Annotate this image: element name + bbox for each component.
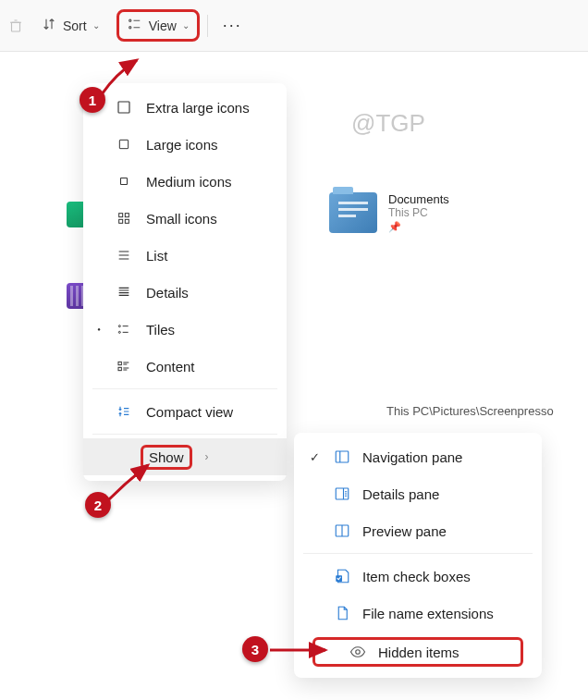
svg-rect-9 — [125, 219, 129, 223]
view-button[interactable]: View ⌄ — [116, 9, 200, 42]
large-icons-icon — [115, 137, 133, 152]
compact-view-icon — [115, 404, 133, 419]
breadcrumb: This PC\Pictures\Screenpresso — [386, 404, 554, 418]
navigation-pane-icon — [333, 448, 351, 465]
toolbar: Sort ⌄ View ⌄ ··· — [0, 0, 588, 52]
small-icons-icon — [115, 211, 133, 226]
menu-item-details[interactable]: Details — [83, 274, 287, 311]
preview-pane-icon — [333, 522, 351, 539]
menu-item-tiles[interactable]: ● Tiles — [83, 311, 287, 348]
svg-point-10 — [118, 325, 120, 327]
svg-rect-6 — [119, 214, 123, 217]
folder-item-documents[interactable]: Documents This PC 📌 — [329, 192, 449, 233]
svg-rect-4 — [119, 140, 128, 148]
svg-point-1 — [129, 19, 130, 21]
file-icon — [333, 605, 351, 621]
svg-rect-14 — [336, 451, 349, 462]
svg-rect-12 — [118, 362, 121, 364]
check-icon: ✓ — [307, 450, 322, 464]
svg-point-2 — [129, 27, 130, 29]
folder-icon — [329, 192, 377, 233]
more-button[interactable]: ··· — [215, 16, 250, 35]
sort-button[interactable]: Sort ⌄ — [31, 10, 109, 41]
menu-item-large-icons[interactable]: Large icons — [83, 126, 287, 163]
svg-rect-3 — [118, 102, 129, 113]
sort-icon — [41, 16, 57, 35]
arrow-2 — [102, 458, 157, 504]
tiles-icon — [115, 322, 133, 337]
pin-icon: 📌 — [388, 221, 449, 233]
menu-item-medium-icons[interactable]: Medium icons — [83, 163, 287, 200]
checkbox-icon — [333, 568, 351, 584]
folder-meta: Documents This PC 📌 — [388, 192, 449, 233]
submenu-item-item-check-boxes[interactable]: Item check boxes — [294, 558, 542, 595]
watermark: @TGP — [351, 109, 425, 138]
callout-1: 1 — [80, 87, 105, 113]
menu-item-small-icons[interactable]: Small icons — [83, 200, 287, 237]
sort-label: Sort — [63, 18, 87, 33]
submenu-item-hidden-items[interactable]: Hidden items — [300, 633, 536, 670]
submenu-item-preview-pane[interactable]: Preview pane — [294, 512, 542, 549]
callout-3: 3 — [242, 636, 268, 662]
delete-icon[interactable] — [7, 18, 24, 34]
divider — [303, 553, 533, 554]
list-icon — [115, 248, 133, 263]
svg-rect-0 — [12, 22, 20, 31]
svg-rect-7 — [125, 214, 129, 217]
callout-2: 2 — [85, 492, 111, 518]
chevron-down-icon: ⌄ — [182, 20, 190, 31]
folder-location: This PC — [388, 206, 449, 219]
details-pane-icon — [333, 485, 351, 502]
content-icon — [115, 359, 133, 374]
menu-item-compact-view[interactable]: Compact view — [83, 393, 287, 430]
view-icon — [127, 16, 143, 35]
medium-icons-icon — [115, 175, 133, 188]
divider — [207, 15, 208, 37]
view-menu: Extra large icons Large icons Medium ico… — [83, 83, 287, 481]
details-icon — [115, 285, 133, 300]
submenu-item-file-name-extensions[interactable]: File name extensions — [294, 595, 542, 632]
chevron-down-icon: ⌄ — [92, 20, 100, 31]
svg-rect-5 — [121, 178, 128, 185]
svg-point-18 — [356, 650, 361, 655]
svg-rect-13 — [118, 367, 121, 370]
submenu-item-navigation-pane[interactable]: ✓ Navigation pane — [294, 438, 542, 475]
folder-name: Documents — [388, 192, 449, 206]
bullet-icon: ● — [96, 326, 102, 332]
menu-item-list[interactable]: List — [83, 237, 287, 274]
divider — [92, 434, 277, 435]
view-label: View — [149, 18, 177, 33]
chevron-right-icon: › — [205, 450, 209, 463]
svg-point-11 — [118, 331, 120, 333]
eye-icon — [349, 644, 367, 660]
menu-item-content[interactable]: Content — [83, 348, 287, 385]
divider — [92, 388, 277, 389]
submenu-item-details-pane[interactable]: Details pane — [294, 475, 542, 512]
arrow-3 — [268, 641, 333, 659]
svg-rect-8 — [119, 219, 123, 223]
